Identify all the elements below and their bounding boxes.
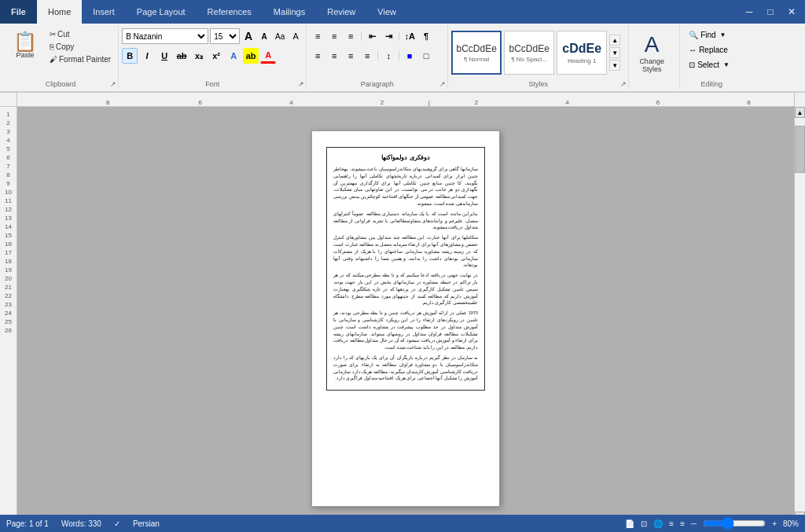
align-justify-button[interactable]: ≡ — [359, 48, 375, 64]
view-fullscreen-icon[interactable]: ⊡ — [641, 519, 647, 523]
borders-button[interactable]: □ — [418, 48, 434, 64]
styles-expand-icon[interactable]: ↗ — [620, 80, 627, 88]
subscript-button[interactable]: x₂ — [191, 48, 207, 64]
styles-content: bCcDdEe ¶ Normal bCcDdEe ¶ No Spaci... c… — [451, 27, 620, 88]
tab-insert[interactable]: Insert — [82, 0, 126, 24]
ruler-scrollbar-corner — [794, 93, 805, 107]
sort-button[interactable]: ↕A — [402, 28, 417, 44]
cut-button[interactable]: ✂ Cut — [46, 28, 115, 40]
view-draft-icon[interactable]: ≡ — [680, 519, 685, 523]
vertical-scrollbar[interactable]: ▲ ▼ — [794, 107, 805, 523]
font-expand-icon[interactable]: ↗ — [298, 80, 304, 88]
select-dropdown[interactable]: ▼ — [723, 61, 730, 68]
font-grow-button[interactable]: A — [241, 29, 255, 43]
indent-increase-button[interactable]: ⇥ — [380, 28, 396, 44]
align-right-button[interactable]: ≡ — [343, 48, 358, 64]
window-controls: ─ □ ✕ — [739, 0, 805, 24]
show-marks-button[interactable]: ¶ — [418, 28, 434, 44]
styles-scroll-down[interactable]: ▼ — [609, 47, 620, 58]
tab-file[interactable]: File — [0, 0, 37, 24]
strikethrough-button[interactable]: ab — [174, 48, 189, 64]
clipboard-expand-icon[interactable]: ↗ — [110, 80, 116, 88]
zoom-slider[interactable] — [703, 519, 766, 523]
close-button[interactable]: ✕ — [781, 4, 802, 20]
document-page[interactable]: دوفکری دولمواکنها سازمانها گاهی برای گرو… — [311, 130, 500, 507]
tab-mailings[interactable]: Mailings — [263, 0, 316, 24]
tab-review[interactable]: Review — [316, 0, 366, 24]
minimize-button[interactable]: ─ — [739, 4, 759, 20]
zoom-out-button[interactable]: ─ — [691, 519, 697, 523]
align-center-button[interactable]: ≡ — [326, 48, 342, 64]
format-painter-button[interactable]: 🖌 Format Painter — [46, 53, 115, 65]
vr-mark-23: 23 — [5, 301, 12, 308]
font-size-select[interactable]: 15 — [210, 28, 240, 44]
select-button[interactable]: ⊡ Select ▼ — [683, 58, 735, 72]
styles-scroll-up[interactable]: ▲ — [609, 35, 620, 46]
vr-mark-19: 19 — [5, 266, 12, 273]
status-bar: Page: 1 of 1 Words: 330 ✓ Persian 📄 ⊡ 🌐 … — [0, 515, 805, 523]
select-icon: ⊡ — [689, 61, 695, 69]
word-count: Words: 330 — [61, 519, 101, 523]
paragraph-label: Paragraph — [307, 80, 447, 88]
line-spacing-button[interactable]: ↕ — [380, 48, 396, 64]
italic-button[interactable]: I — [139, 48, 155, 64]
numbering-button[interactable]: ≡ — [326, 28, 342, 44]
find-dropdown[interactable]: ▼ — [720, 31, 726, 39]
find-button[interactable]: 🔍 Find ▼ — [683, 28, 735, 42]
vr-mark-9: 9 — [6, 180, 9, 187]
bullets-button[interactable]: ≡ — [310, 28, 325, 44]
vr-mark-11: 11 — [5, 197, 12, 204]
ribbon-group-styles: bCcDdEe ¶ Normal bCcDdEe ¶ No Spaci... c… — [448, 25, 629, 90]
scroll-track[interactable] — [795, 118, 805, 512]
style-no-spacing[interactable]: bCcDdEe ¶ No Spaci... — [504, 31, 554, 75]
tab-page-layout[interactable]: Page Layout — [126, 0, 197, 24]
superscript-button[interactable]: x² — [208, 48, 224, 64]
paragraph-1: سازمانها گاهی برای گروهبندیهای متکاندزاس… — [333, 166, 478, 207]
styles-more[interactable]: ▼ — [609, 60, 620, 71]
vr-mark-16: 16 — [5, 240, 12, 248]
highlight-button[interactable]: ab — [243, 48, 259, 64]
text-effect-button[interactable]: A — [226, 48, 241, 64]
style-normal[interactable]: bCcDdEe ¶ Normal — [451, 31, 502, 75]
style-heading1[interactable]: cDdEe Heading 1 — [557, 31, 607, 75]
font-name-select[interactable]: B Nazanin — [122, 28, 208, 44]
vertical-ruler: 1 2 3 4 5 6 7 8 9 10 11 12 13 14 15 16 1… — [0, 107, 17, 523]
font-row-1: B Nazanin 15 A A Aa A — [122, 28, 303, 44]
document-body[interactable]: سازمانها گاهی برای گروهبندیهای متکاندزاس… — [333, 166, 478, 382]
copy-button[interactable]: ⎘ Copy — [46, 41, 115, 53]
tab-references[interactable]: References — [197, 0, 263, 24]
style-no-spacing-preview: bCcDdEe — [509, 43, 549, 54]
tab-home[interactable]: Home — [37, 0, 82, 24]
style-normal-preview: bCcDdEe — [456, 43, 496, 54]
view-web-icon[interactable]: 🌐 — [653, 519, 663, 523]
change-styles-button[interactable]: A ChangeStyles — [632, 28, 671, 77]
ruler-6: 6 — [112, 99, 203, 106]
paste-button[interactable]: 📋 Paste — [6, 28, 44, 63]
ruler-8: 8 — [747, 99, 792, 106]
font-color-button[interactable]: A — [260, 48, 276, 64]
multilevel-button[interactable]: ≡ — [343, 28, 358, 44]
change-case-button[interactable]: Aa — [273, 29, 287, 43]
indent-decrease-button[interactable]: ⇤ — [364, 28, 380, 44]
ruler-4: 4 — [202, 99, 293, 106]
paragraph-3: متکاملها برای آنها عبارت این مطالعه چند … — [333, 234, 478, 269]
zoom-in-button[interactable]: + — [772, 519, 777, 523]
bold-button[interactable]: B — [122, 48, 138, 64]
clear-formatting-button[interactable]: A — [289, 29, 303, 43]
align-left-button[interactable]: ≡ — [310, 48, 325, 64]
scroll-thumb[interactable] — [795, 126, 805, 173]
tab-view[interactable]: View — [366, 0, 407, 24]
underline-button[interactable]: U — [156, 48, 172, 64]
scroll-up-button[interactable]: ▲ — [795, 107, 805, 118]
font-shrink-button[interactable]: A — [257, 29, 271, 43]
style-heading1-label: Heading 1 — [568, 57, 596, 64]
change-styles-content: A ChangeStyles — [632, 27, 671, 88]
replace-icon: ↔ — [689, 46, 697, 54]
replace-button[interactable]: ↔ Replace — [683, 43, 735, 57]
view-print-icon[interactable]: 📄 — [625, 519, 634, 523]
vr-mark-7: 7 — [6, 163, 9, 170]
shading-button[interactable]: ■ — [402, 48, 417, 64]
view-outline-icon[interactable]: ≡ — [669, 519, 674, 523]
maximize-button[interactable]: □ — [760, 4, 781, 20]
paragraph-expand-icon[interactable]: ↗ — [439, 80, 446, 88]
